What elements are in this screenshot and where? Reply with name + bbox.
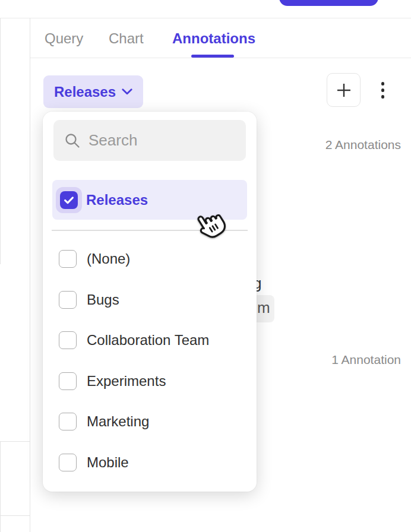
option-mobile[interactable]: Mobile	[43, 442, 257, 483]
option-experiments[interactable]: Experiments	[43, 361, 257, 401]
sidebar-row-divider	[0, 441, 30, 442]
kebab-dot-icon	[381, 82, 385, 86]
checkbox-unchecked[interactable]	[59, 250, 77, 268]
filter-chip-label: Releases	[54, 84, 116, 100]
annotation-category-filter-dropdown[interactable]: Releases	[43, 75, 143, 108]
dropdown-divider	[52, 230, 248, 231]
option-label: Mobile	[87, 454, 129, 471]
topbar-divider	[0, 18, 411, 18]
add-annotation-button[interactable]	[327, 73, 361, 107]
option-label: Marketing	[87, 413, 149, 430]
search-input[interactable]	[88, 131, 235, 150]
checkbox-unchecked[interactable]	[59, 331, 77, 349]
annotation-count-badge: 2 Annotations	[325, 138, 401, 152]
option-releases[interactable]: Releases	[52, 180, 247, 220]
primary-cta-button[interactable]	[279, 0, 378, 6]
more-options-button[interactable]	[375, 76, 390, 104]
annotation-count-badge: 1 Annotation	[331, 353, 401, 367]
checkbox-unchecked[interactable]	[59, 454, 77, 471]
tab-query[interactable]: Query	[45, 30, 83, 48]
option-collaboration-team[interactable]: Collaboration Team	[43, 320, 257, 360]
chevron-down-icon	[122, 88, 132, 95]
tabbar-divider	[30, 58, 411, 58]
option-label: Collaboration Team	[87, 332, 209, 349]
page-left-border	[0, 18, 1, 264]
kebab-dot-icon	[381, 88, 385, 92]
checkbox-unchecked[interactable]	[59, 372, 77, 390]
occluded-text-fragment: m	[257, 299, 270, 317]
plus-icon	[335, 81, 353, 99]
page-left-border	[0, 441, 1, 532]
search-box[interactable]	[53, 120, 246, 161]
checkbox-checked[interactable]	[60, 191, 78, 209]
checkbox-focus-ring	[56, 187, 82, 213]
checkbox-unchecked[interactable]	[59, 291, 77, 309]
tab-chart[interactable]: Chart	[109, 30, 144, 48]
option-label: Releases	[86, 192, 148, 208]
category-filter-popover: Releases (None) Bugs Collaboration Team …	[43, 112, 257, 492]
option-bugs[interactable]: Bugs	[43, 280, 257, 320]
search-icon	[64, 132, 81, 149]
tab-annotations[interactable]: Annotations	[172, 30, 255, 48]
option-none[interactable]: (None)	[43, 239, 257, 279]
sidebar-edge	[30, 18, 30, 532]
kebab-dot-icon	[381, 95, 385, 99]
checkbox-unchecked[interactable]	[59, 413, 77, 430]
checkmark-icon	[62, 194, 75, 207]
option-marketing[interactable]: Marketing	[43, 401, 257, 442]
option-label: Bugs	[87, 292, 119, 308]
option-label: Experiments	[87, 373, 166, 390]
sidebar-row-divider	[0, 515, 30, 516]
option-label: (None)	[87, 251, 130, 267]
